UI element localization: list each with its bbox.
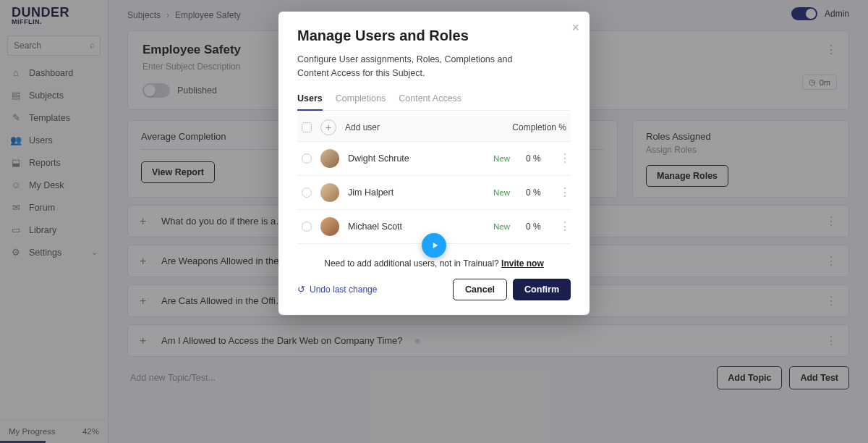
confirm-button[interactable]: Confirm (513, 279, 571, 300)
modal-subtitle: Configure User assignments, Roles, Compl… (297, 53, 543, 80)
modal-tabs: Users Completions Content Access (297, 93, 571, 111)
tab-content-access[interactable]: Content Access (399, 93, 461, 110)
tab-completions[interactable]: Completions (336, 93, 386, 110)
undo-label: Undo last change (310, 284, 377, 295)
completion-pct: 0 % (526, 187, 550, 198)
tab-users[interactable]: Users (297, 93, 323, 111)
add-user-label: Add user (345, 122, 380, 132)
row-menu-icon[interactable]: ⋮ (559, 219, 566, 233)
avatar (320, 217, 339, 236)
status-badge: New (493, 154, 510, 163)
user-checkbox[interactable] (302, 187, 312, 198)
invite-link[interactable]: Invite now (501, 258, 544, 269)
completion-pct: 0 % (526, 153, 550, 164)
play-button[interactable] (422, 233, 446, 258)
completion-pct: 0 % (526, 222, 550, 232)
status-badge: New (493, 188, 510, 197)
undo-last-change[interactable]: ↺ Undo last change (297, 284, 377, 295)
select-all-checkbox[interactable] (302, 122, 312, 132)
modal-title: Manage Users and Roles (297, 28, 571, 44)
undo-icon: ↺ (297, 284, 305, 295)
invite-prompt: Need to add additional users, not in Tra… (297, 258, 571, 269)
user-checkbox[interactable] (302, 153, 312, 164)
close-icon[interactable]: × (571, 20, 579, 35)
add-user-button[interactable]: + (320, 119, 336, 135)
user-row: Jim Halpert New 0 % ⋮ (297, 176, 571, 210)
play-icon (430, 240, 440, 250)
user-table-header: + Add user Completion % (297, 114, 571, 142)
avatar (320, 183, 339, 202)
user-name: Dwight Schrute (348, 153, 485, 164)
manage-users-modal: × Manage Users and Roles Configure User … (278, 12, 590, 315)
avatar (320, 149, 339, 168)
user-row: Dwight Schrute New 0 % ⋮ (297, 142, 571, 176)
status-badge: New (493, 222, 510, 231)
completion-header: Completion % (512, 122, 566, 132)
user-checkbox[interactable] (302, 222, 312, 232)
row-menu-icon[interactable]: ⋮ (559, 151, 566, 165)
user-name: Jim Halpert (348, 187, 485, 198)
cancel-button[interactable]: Cancel (453, 279, 507, 300)
row-menu-icon[interactable]: ⋮ (559, 185, 566, 199)
invite-text: Need to add additional users, not in Tra… (324, 258, 501, 269)
user-name: Michael Scott (348, 222, 485, 232)
